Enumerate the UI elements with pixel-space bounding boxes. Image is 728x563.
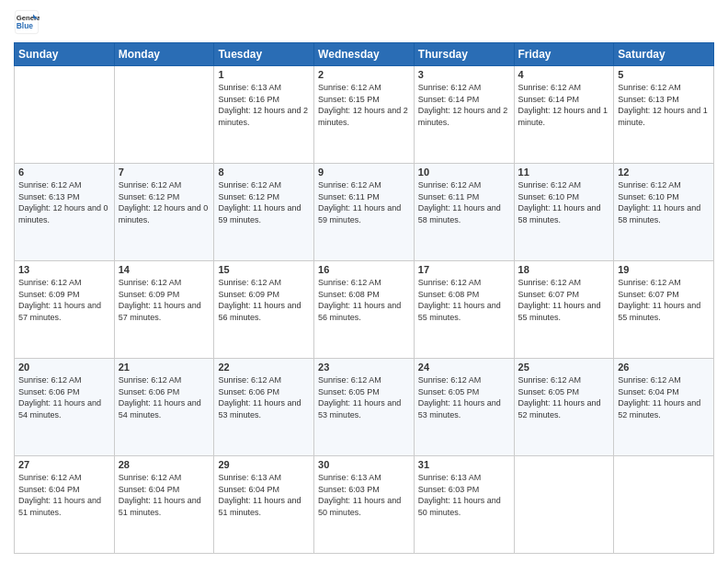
day-number: 16 [318, 264, 410, 275]
calendar-cell [514, 456, 614, 554]
calendar-cell: 8Sunrise: 6:12 AMSunset: 6:12 PMDaylight… [214, 164, 314, 261]
calendar-cell: 20Sunrise: 6:12 AMSunset: 6:06 PMDayligh… [15, 359, 115, 456]
calendar-cell: 13Sunrise: 6:12 AMSunset: 6:09 PMDayligh… [15, 261, 115, 359]
day-number: 17 [418, 264, 510, 275]
day-number: 18 [518, 264, 610, 275]
day-number: 3 [418, 69, 510, 80]
calendar-cell: 17Sunrise: 6:12 AMSunset: 6:08 PMDayligh… [414, 261, 514, 359]
cell-details: Sunrise: 6:13 AMSunset: 6:04 PMDaylight:… [218, 472, 310, 518]
day-number: 4 [518, 69, 610, 80]
calendar-cell: 15Sunrise: 6:12 AMSunset: 6:09 PMDayligh… [214, 261, 314, 359]
calendar-cell: 24Sunrise: 6:12 AMSunset: 6:05 PMDayligh… [414, 359, 514, 456]
weekday-header-friday: Friday [514, 43, 614, 66]
calendar-cell: 1Sunrise: 6:13 AMSunset: 6:16 PMDaylight… [214, 66, 314, 164]
cell-details: Sunrise: 6:12 AMSunset: 6:07 PMDaylight:… [518, 277, 610, 323]
calendar-cell: 16Sunrise: 6:12 AMSunset: 6:08 PMDayligh… [314, 261, 415, 359]
day-number: 13 [18, 264, 110, 275]
calendar-cell: 9Sunrise: 6:12 AMSunset: 6:11 PMDaylight… [314, 164, 415, 261]
day-number: 29 [218, 459, 310, 470]
calendar-cell: 31Sunrise: 6:13 AMSunset: 6:03 PMDayligh… [414, 456, 514, 554]
calendar-cell: 23Sunrise: 6:12 AMSunset: 6:05 PMDayligh… [314, 359, 415, 456]
cell-details: Sunrise: 6:12 AMSunset: 6:08 PMDaylight:… [418, 277, 510, 323]
cell-details: Sunrise: 6:12 AMSunset: 6:04 PMDaylight:… [119, 472, 210, 518]
cell-details: Sunrise: 6:12 AMSunset: 6:09 PMDaylight:… [218, 277, 310, 323]
calendar-cell: 21Sunrise: 6:12 AMSunset: 6:06 PMDayligh… [114, 359, 214, 456]
calendar-cell: 12Sunrise: 6:12 AMSunset: 6:10 PMDayligh… [614, 164, 714, 261]
calendar-cell: 11Sunrise: 6:12 AMSunset: 6:10 PMDayligh… [514, 164, 614, 261]
weekday-header-wednesday: Wednesday [314, 43, 415, 66]
calendar-cell: 25Sunrise: 6:12 AMSunset: 6:05 PMDayligh… [514, 359, 614, 456]
calendar-cell: 27Sunrise: 6:12 AMSunset: 6:04 PMDayligh… [15, 456, 115, 554]
calendar-cell: 22Sunrise: 6:12 AMSunset: 6:06 PMDayligh… [214, 359, 314, 456]
day-number: 25 [518, 362, 610, 373]
weekday-header-thursday: Thursday [414, 43, 514, 66]
day-number: 8 [218, 167, 310, 178]
calendar-cell: 7Sunrise: 6:12 AMSunset: 6:12 PMDaylight… [114, 164, 214, 261]
calendar-cell: 2Sunrise: 6:12 AMSunset: 6:15 PMDaylight… [314, 66, 415, 164]
day-number: 27 [18, 459, 110, 470]
cell-details: Sunrise: 6:13 AMSunset: 6:03 PMDaylight:… [318, 472, 410, 518]
day-number: 31 [418, 459, 510, 470]
day-number: 30 [318, 459, 410, 470]
cell-details: Sunrise: 6:12 AMSunset: 6:06 PMDaylight:… [119, 374, 210, 420]
day-number: 10 [418, 167, 510, 178]
cell-details: Sunrise: 6:12 AMSunset: 6:06 PMDaylight:… [218, 374, 310, 420]
calendar-week-1: 6Sunrise: 6:12 AMSunset: 6:13 PMDaylight… [15, 164, 714, 261]
weekday-header-sunday: Sunday [15, 43, 115, 66]
calendar-week-4: 27Sunrise: 6:12 AMSunset: 6:04 PMDayligh… [15, 456, 714, 554]
day-number: 12 [618, 167, 710, 178]
cell-details: Sunrise: 6:12 AMSunset: 6:12 PMDaylight:… [119, 179, 210, 225]
day-number: 22 [218, 362, 310, 373]
cell-details: Sunrise: 6:12 AMSunset: 6:06 PMDaylight:… [18, 374, 110, 420]
calendar-cell: 30Sunrise: 6:13 AMSunset: 6:03 PMDayligh… [314, 456, 415, 554]
calendar-cell [614, 456, 714, 554]
calendar-cell: 28Sunrise: 6:12 AMSunset: 6:04 PMDayligh… [114, 456, 214, 554]
calendar-cell [114, 66, 214, 164]
cell-details: Sunrise: 6:12 AMSunset: 6:13 PMDaylight:… [618, 82, 710, 128]
calendar-week-0: 1Sunrise: 6:13 AMSunset: 6:16 PMDaylight… [15, 66, 714, 164]
cell-details: Sunrise: 6:12 AMSunset: 6:09 PMDaylight:… [18, 277, 110, 323]
weekday-header-saturday: Saturday [614, 43, 714, 66]
cell-details: Sunrise: 6:12 AMSunset: 6:05 PMDaylight:… [418, 374, 510, 420]
day-number: 28 [119, 459, 210, 470]
day-number: 7 [119, 167, 210, 178]
calendar-cell: 10Sunrise: 6:12 AMSunset: 6:11 PMDayligh… [414, 164, 514, 261]
cell-details: Sunrise: 6:12 AMSunset: 6:14 PMDaylight:… [518, 82, 610, 128]
cell-details: Sunrise: 6:12 AMSunset: 6:09 PMDaylight:… [119, 277, 210, 323]
calendar-cell: 29Sunrise: 6:13 AMSunset: 6:04 PMDayligh… [214, 456, 314, 554]
logo-icon: General Blue [14, 9, 40, 35]
cell-details: Sunrise: 6:12 AMSunset: 6:04 PMDaylight:… [618, 374, 710, 420]
day-number: 14 [119, 264, 210, 275]
day-number: 23 [318, 362, 410, 373]
cell-details: Sunrise: 6:12 AMSunset: 6:04 PMDaylight:… [18, 472, 110, 518]
svg-text:Blue: Blue [17, 21, 33, 30]
cell-details: Sunrise: 6:12 AMSunset: 6:11 PMDaylight:… [418, 179, 510, 225]
calendar-cell: 26Sunrise: 6:12 AMSunset: 6:04 PMDayligh… [614, 359, 714, 456]
day-number: 19 [618, 264, 710, 275]
calendar-header-row: SundayMondayTuesdayWednesdayThursdayFrid… [15, 43, 714, 66]
calendar-cell: 5Sunrise: 6:12 AMSunset: 6:13 PMDaylight… [614, 66, 714, 164]
day-number: 26 [618, 362, 710, 373]
day-number: 9 [318, 167, 410, 178]
calendar-cell: 18Sunrise: 6:12 AMSunset: 6:07 PMDayligh… [514, 261, 614, 359]
day-number: 20 [18, 362, 110, 373]
cell-details: Sunrise: 6:12 AMSunset: 6:12 PMDaylight:… [218, 179, 310, 225]
cell-details: Sunrise: 6:12 AMSunset: 6:13 PMDaylight:… [18, 179, 110, 225]
header: General Blue [14, 9, 714, 35]
day-number: 5 [618, 69, 710, 80]
cell-details: Sunrise: 6:12 AMSunset: 6:10 PMDaylight:… [518, 179, 610, 225]
day-number: 15 [218, 264, 310, 275]
day-number: 11 [518, 167, 610, 178]
cell-details: Sunrise: 6:12 AMSunset: 6:05 PMDaylight:… [318, 374, 410, 420]
day-number: 6 [18, 167, 110, 178]
calendar-cell [15, 66, 115, 164]
cell-details: Sunrise: 6:12 AMSunset: 6:14 PMDaylight:… [418, 82, 510, 128]
day-number: 2 [318, 69, 410, 80]
calendar-cell: 19Sunrise: 6:12 AMSunset: 6:07 PMDayligh… [614, 261, 714, 359]
day-number: 1 [218, 69, 310, 80]
cell-details: Sunrise: 6:12 AMSunset: 6:11 PMDaylight:… [318, 179, 410, 225]
cell-details: Sunrise: 6:12 AMSunset: 6:10 PMDaylight:… [618, 179, 710, 225]
day-number: 24 [418, 362, 510, 373]
calendar-cell: 6Sunrise: 6:12 AMSunset: 6:13 PMDaylight… [15, 164, 115, 261]
calendar-week-2: 13Sunrise: 6:12 AMSunset: 6:09 PMDayligh… [15, 261, 714, 359]
